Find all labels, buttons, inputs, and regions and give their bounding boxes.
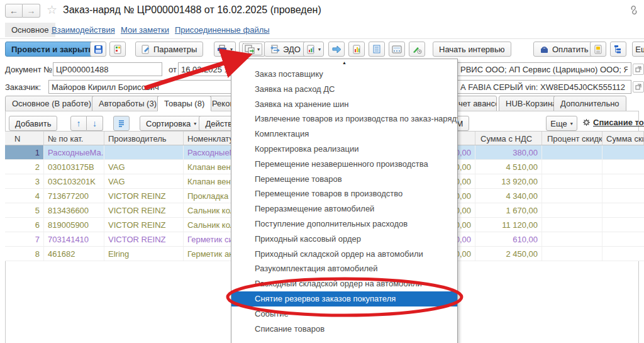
cell-disc[interactable] xyxy=(542,160,602,174)
cell-dsum[interactable] xyxy=(602,203,644,217)
cell-dsum[interactable] xyxy=(602,232,644,246)
get-link-icon[interactable] xyxy=(629,5,639,17)
menu-item[interactable]: Снятие резервов заказов покупателя xyxy=(231,291,457,306)
pay-button[interactable]: Оплатить xyxy=(533,42,595,57)
nav-link-notes[interactable]: Мои заметки xyxy=(121,25,169,35)
customer-field[interactable]: Майоров Кирилл Борисович xyxy=(48,80,232,94)
menu-item[interactable]: Расходный складской ордер на автомобили xyxy=(231,276,457,291)
nav-link-interactions[interactable]: Взаимодействия xyxy=(52,25,115,35)
cell-cat[interactable]: 030103175B xyxy=(44,160,104,174)
cell-cat[interactable]: РасходныеМа... xyxy=(44,145,104,159)
tab-osnovnoe-v-rabote[interactable]: Основное (В работе) xyxy=(5,96,98,111)
cell-mfr[interactable]: VICTOR REINZ xyxy=(104,203,184,217)
add-row-button[interactable]: Добавить xyxy=(9,116,57,131)
sort-button[interactable]: Сортировка ▾ xyxy=(140,116,203,131)
cell-cat[interactable]: 703141410 xyxy=(44,232,104,246)
cell-n[interactable]: 6 xyxy=(5,218,44,232)
print-button[interactable]: ▾ xyxy=(214,42,236,57)
cell-cat[interactable]: 813436600 xyxy=(44,203,104,217)
menu-item[interactable]: Перемещение товаров в производство xyxy=(231,186,457,201)
reports-button[interactable]: ▾ xyxy=(303,42,324,57)
cell-total[interactable]: 1 670,00 xyxy=(475,203,542,217)
menu-item[interactable]: Извлечение товаров из производства по за… xyxy=(231,111,457,127)
table-more-button[interactable]: Еще ▾ xyxy=(546,116,577,131)
menu-item[interactable]: Событие xyxy=(231,306,457,322)
cell-mfr[interactable]: VICTOR REINZ xyxy=(104,218,184,232)
cell-mfr[interactable]: VICTOR REINZ xyxy=(104,232,184,246)
card-button[interactable] xyxy=(590,42,606,57)
col-header-cat[interactable]: № по кат. xyxy=(44,132,104,145)
menu-item[interactable]: Корректировка реализации xyxy=(231,142,457,157)
cell-dsum[interactable] xyxy=(602,247,644,261)
col-header-manufacturer[interactable]: Производитель xyxy=(104,132,184,145)
cell-n[interactable]: 8 xyxy=(5,247,44,261)
view-mode-button[interactable] xyxy=(113,116,130,131)
writeoff-goods-link[interactable]: Списание товаров xyxy=(582,118,644,127)
list-button[interactable] xyxy=(369,42,385,57)
create-based-on-button[interactable]: ▾ xyxy=(239,42,265,57)
forward-doc-button[interactable] xyxy=(328,42,345,57)
cell-n[interactable]: 7 xyxy=(5,232,44,246)
cell-dsum[interactable] xyxy=(602,160,644,174)
sign-schedule-button[interactable] xyxy=(409,42,425,57)
col-header-n[interactable]: N xyxy=(5,132,44,145)
tab-tovary[interactable]: Товары (8) xyxy=(157,96,211,111)
vehicle-open-icon[interactable] xyxy=(633,81,644,93)
parameters-button[interactable]: Параметры xyxy=(135,42,203,57)
cell-dsum[interactable] xyxy=(602,189,644,203)
document-status-button[interactable] xyxy=(109,42,126,57)
tab-avtoraboty[interactable]: Автоработы (3) xyxy=(92,96,164,111)
cell-cat[interactable]: 713677200 xyxy=(44,189,104,203)
menu-item[interactable]: Перемещение товаров xyxy=(231,172,457,187)
calculator-button[interactable] xyxy=(389,42,405,57)
cell-n[interactable]: 4 xyxy=(5,189,44,203)
cell-mfr[interactable]: VAG xyxy=(104,160,184,174)
move-down-button[interactable]: ↓ xyxy=(87,116,103,131)
cell-mfr[interactable] xyxy=(104,145,184,159)
cell-n[interactable]: 5 xyxy=(5,203,44,217)
menu-item[interactable]: Приходный кассовый ордер xyxy=(231,232,457,247)
cell-mfr[interactable]: Elring xyxy=(104,247,184,261)
structure-button[interactable] xyxy=(610,42,626,57)
back-button[interactable]: ← xyxy=(5,4,23,18)
cell-mfr[interactable]: VICTOR REINZ xyxy=(104,189,184,203)
cell-total[interactable]: 4 340,00 xyxy=(475,189,542,203)
toolbar-more-button[interactable]: Еще ▾ xyxy=(632,42,644,57)
cell-disc[interactable] xyxy=(542,218,602,232)
menu-item[interactable]: Списание товаров xyxy=(231,322,457,337)
tab-dopolnitelno[interactable]: Дополнительно xyxy=(553,96,626,111)
favorite-star-icon[interactable]: ☆ xyxy=(47,3,57,17)
menu-item[interactable]: Переразмещение автомобилей xyxy=(231,201,457,216)
nav-link-attached-files[interactable]: Присоединенные файлы xyxy=(175,25,270,35)
chart-button[interactable] xyxy=(348,42,365,57)
menu-item[interactable]: Разукомплектация автомобилей xyxy=(231,261,457,276)
move-up-button[interactable]: ↑ xyxy=(70,116,87,131)
cell-total[interactable]: 4 510,00 xyxy=(475,160,542,174)
nav-tab-osnovnoe[interactable]: Основное xyxy=(5,23,55,37)
cell-dsum[interactable] xyxy=(602,218,644,232)
forward-button[interactable]: → xyxy=(23,4,40,18)
cell-disc[interactable] xyxy=(542,232,602,246)
save-button[interactable] xyxy=(90,42,106,57)
cell-total[interactable]: 380,00 xyxy=(475,145,542,159)
col-header-discount-sum[interactable]: Сумма скид xyxy=(602,132,644,145)
cell-cat[interactable]: 461682 xyxy=(44,247,104,261)
menu-item[interactable]: Комплектация xyxy=(231,127,457,142)
cell-disc[interactable] xyxy=(542,247,602,261)
doc-number-field[interactable]: ЦР000001488 xyxy=(53,62,162,76)
cell-total[interactable]: 610,00 xyxy=(475,232,542,246)
cell-dsum[interactable] xyxy=(602,145,644,159)
menu-item[interactable]: Перемещение незавершенного производства xyxy=(231,157,457,172)
menu-item[interactable]: Заявка на расход ДС xyxy=(231,82,457,97)
cell-disc[interactable] xyxy=(542,174,602,188)
cell-total[interactable]: 11 120,00 xyxy=(475,218,542,232)
menu-item[interactable]: Поступление дополнительных расходов xyxy=(231,216,457,232)
menu-item[interactable]: Приходный складской ордер на автомобили xyxy=(231,247,457,262)
col-header-total[interactable]: Сумма с НДС xyxy=(475,132,542,145)
cell-mfr[interactable]: VAG xyxy=(104,174,184,188)
cell-n[interactable]: 2 xyxy=(5,160,44,174)
cell-disc[interactable] xyxy=(542,189,602,203)
menu-item[interactable]: Заказ поставщику xyxy=(231,67,457,82)
cell-cat[interactable]: 819005900 xyxy=(44,218,104,232)
col-header-discount-pct[interactable]: Процент скидки xyxy=(542,132,602,145)
